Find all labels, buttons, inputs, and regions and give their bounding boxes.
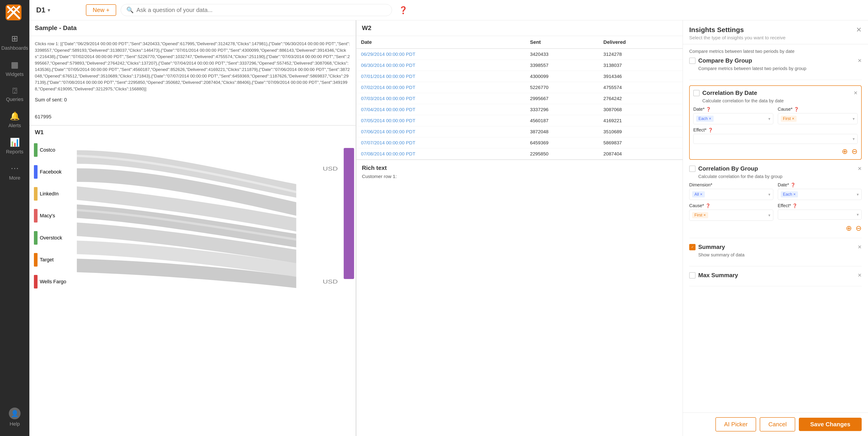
data-table: Date Sent Delivered 06/29/2014 00:00:00 … [356,36,683,160]
table-cell-delivered: 4755574 [599,82,683,93]
group-effect-field: Effect* ❓ ▾ [778,203,862,221]
sidebar-item-widgets[interactable]: ▦ Widgets [0,56,29,82]
sidebar-item-dashboards[interactable]: ⊞ Dashboards [0,29,29,56]
cause-label: Cause* ❓ [778,107,858,112]
sidebar-item-queries[interactable]: ⍰ Queries [0,82,29,107]
table-cell-delivered: 3124278 [599,48,683,60]
group-add-button[interactable]: ⊕ [846,224,852,232]
compare-by-group-expand-icon[interactable]: ✕ [858,58,862,64]
app-logo[interactable] [6,4,24,23]
summary-checkbox[interactable]: ✓ [689,244,695,250]
table-cell-delivered: 4169221 [599,115,683,126]
cancel-button[interactable]: Cancel [760,417,795,432]
group-cause-select-chevron: ▾ [768,213,770,218]
sankey-label-facebook: Facebook [40,169,62,175]
table-cell-date: 07/01/2014 00:00:00 PDT [356,71,526,82]
group-date-label: Date* ❓ [778,182,862,188]
search-input[interactable] [136,6,386,13]
correlation-by-date-expand-icon[interactable]: ✕ [854,90,858,96]
table-cell-date: 07/07/2014 00:00:00 PDT [356,137,526,148]
effect-row: Effect* ❓ ▾ [693,127,858,144]
dimension-select-chevron: ▾ [768,192,770,197]
sidebar-item-alerts[interactable]: 🔔 Alerts [0,107,29,133]
table-cell-sent: 2295850 [526,148,599,160]
queries-icon: ⍰ [13,86,17,95]
table-row: 07/02/2014 00:00:00 PDT 5226770 4755574 [356,82,683,93]
table-cell-date: 07/02/2014 00:00:00 PDT [356,82,526,93]
date-select[interactable]: Each × ▾ [693,113,773,124]
date-tag: Each × [696,116,714,122]
group-dimension-select[interactable]: All × ▾ [689,189,773,200]
compare-by-group-checkbox[interactable] [689,58,695,64]
right-panel: W2 Date Sent Delivered [356,20,683,436]
sankey-label-costco: Costco [40,147,55,153]
sankey-section: W1 Costco Facebook LinkedIn Macy's Overs… [29,125,355,293]
search-bar: 🔍 [121,4,392,16]
help-icon[interactable]: ❓ [399,6,408,14]
table-cell-delivered: 2764242 [599,93,683,104]
date-help-icon[interactable]: ❓ [706,107,711,112]
insights-footer: AI Picker Cancel Save Changes [683,412,868,436]
compare-by-group-label: Compare By Group [698,57,855,64]
remove-button[interactable]: ⊖ [851,147,858,156]
correlation-by-group-expand-icon[interactable]: ✕ [858,166,862,172]
search-icon: 🔍 [126,6,133,13]
table-row: 07/06/2014 00:00:00 PDT 3872048 3510689 [356,126,683,137]
max-summary-expand-icon[interactable]: ✕ [858,272,862,278]
max-summary-label: Max Summary [698,272,855,279]
col-header-delivered: Delivered [599,36,683,48]
group-cause-label: Cause* ❓ [689,203,773,208]
dashboards-icon: ⊞ [11,34,18,43]
table-cell-sent: 3398557 [526,60,599,71]
rich-text-header: Rich text [362,164,677,171]
group-dimension-date-row: Dimension* All × ▾ [689,182,862,200]
group-action-row: ⊕ ⊖ [689,224,862,232]
svg-text:USD: USD [323,279,338,285]
correlation-by-group-checkbox[interactable] [689,166,695,172]
group-cause-help-icon[interactable]: ❓ [706,203,710,208]
sidebar-item-label: Queries [6,97,23,102]
table-cell-sent: 6459369 [526,137,599,148]
effect-field: Effect* ❓ ▾ [693,127,858,144]
group-cause-effect-row: Cause* ❓ First × ▾ [689,203,862,221]
table-cell-sent: 4300099 [526,71,599,82]
sidebar-item-reports[interactable]: 📊 Reports [0,133,29,159]
sidebar: ⊞ Dashboards ▦ Widgets ⍰ Queries 🔔 Alert… [0,0,29,436]
group-date-help-icon[interactable]: ❓ [790,182,796,188]
cause-select[interactable]: First × ▾ [778,113,858,124]
title-dropdown-icon[interactable]: ▾ [48,7,50,13]
ai-picker-button[interactable]: AI Picker [715,417,756,432]
effect-label: Effect* ❓ [693,127,858,133]
new-button[interactable]: New + [86,4,116,16]
cause-help-icon[interactable]: ❓ [794,107,799,112]
sidebar-item-label: Dashboards [1,45,28,51]
add-button[interactable]: ⊕ [842,147,848,156]
close-button[interactable]: ✕ [856,26,862,34]
summary-expand-icon[interactable]: ✕ [858,244,862,250]
col-header-date: Date [356,36,526,48]
effect-help-icon[interactable]: ❓ [708,128,713,133]
sankey-chart: Costco Facebook LinkedIn Macy's Overstoc… [29,139,355,293]
page-title: D1 ▾ [36,6,81,14]
compare-by-group-section: Compare By Group ✕ Compare metrics betwe… [689,57,862,80]
group-effect-select-chevron: ▾ [857,212,859,217]
save-changes-button[interactable]: Save Changes [799,418,862,431]
date-select-chevron: ▾ [768,116,770,121]
max-summary-checkbox[interactable] [689,272,695,278]
sankey-label-linkedin: LinkedIn [40,191,59,197]
group-date-select[interactable]: Each × ▾ [778,189,862,200]
group-dimension-field: Dimension* All × ▾ [689,182,773,200]
correlation-by-date-checkbox[interactable] [693,90,700,96]
sidebar-item-help[interactable]: 👤 Help [0,403,29,432]
group-effect-select[interactable]: ▾ [778,210,862,220]
table-cell-date: 06/30/2014 00:00:00 PDT [356,60,526,71]
group-cause-select[interactable]: First × ▾ [689,210,773,221]
content-area: Sample - Data Clicks row 1: [{"Date":"06… [29,20,868,436]
sankey-labels: Costco Facebook LinkedIn Macy's Overstoc… [34,139,66,293]
group-remove-button[interactable]: ⊖ [856,224,862,232]
effect-select[interactable]: ▾ [693,134,858,144]
rich-text-section: Rich text Customer row 1: [356,160,683,184]
table-row: 07/05/2014 00:00:00 PDT 4560187 4169221 [356,115,683,126]
group-effect-help-icon[interactable]: ❓ [792,203,797,208]
sidebar-item-more[interactable]: ⋯ More [0,159,29,186]
